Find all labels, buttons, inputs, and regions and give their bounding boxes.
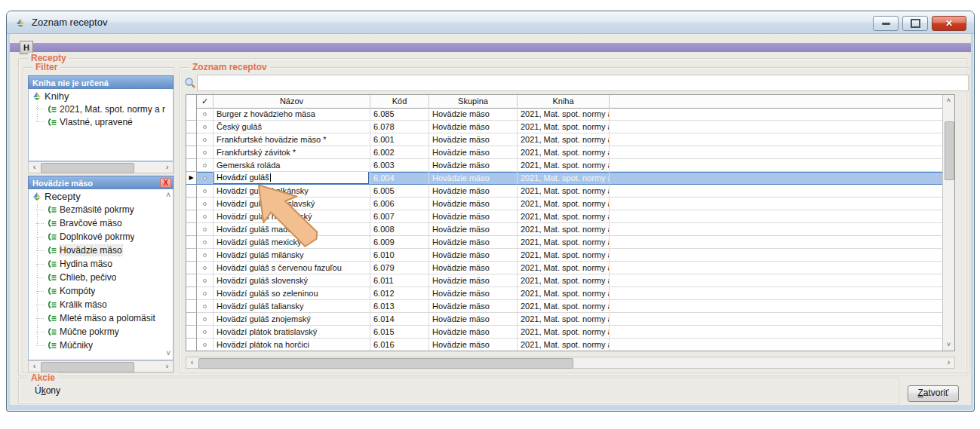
tree-item[interactable]: Mleté mäso a polomäsit	[36, 311, 173, 325]
book-tree-hscrollbar[interactable]: ‹ ›	[28, 161, 174, 173]
header-kod[interactable]: Kód	[370, 95, 429, 108]
tree-root-label: Recepty	[45, 191, 81, 202]
header-nazov[interactable]: Názov	[214, 95, 370, 108]
minimize-button[interactable]	[873, 16, 899, 31]
cell-kniha: 2021, Mat. spot. normy a	[518, 223, 610, 236]
cell-kod: 6.006	[370, 198, 429, 210]
cell-edit-box[interactable]: Hovádzí guláš	[214, 172, 369, 184]
tree-connector	[36, 210, 44, 210]
recipe-tree-hscrollbar[interactable]: ‹ ›	[28, 360, 174, 372]
tree-item[interactable]: Hovädzie mäso	[36, 244, 173, 257]
tree-item[interactable]: Vlastné, upravené	[36, 115, 173, 128]
screen: Zoznam receptov ✕ H Recepty Filter Kniha…	[0, 0, 980, 429]
zatvorit-button[interactable]: Zatvoriť	[908, 385, 959, 402]
tree-item[interactable]: Múčniky	[36, 339, 173, 352]
tree-item[interactable]: Múčne pokrmy	[36, 325, 173, 339]
row-selector-cell	[186, 313, 197, 326]
row-selector-cell	[186, 274, 197, 287]
row-selector-cell	[186, 287, 197, 300]
cell-kod: 6.005	[370, 185, 429, 198]
header-skupina[interactable]: Skupina	[429, 95, 518, 108]
tree-item-label: Múčniky	[60, 340, 93, 351]
tree-item[interactable]: Kompóty	[36, 284, 173, 298]
search-icon	[184, 77, 196, 89]
tree-item-label: Hydina mäso	[60, 259, 112, 269]
cell-filler	[610, 236, 942, 249]
tree-root-knihy[interactable]: Knihy	[29, 89, 173, 103]
table-row[interactable]: Hovädzí guláš s červenou fazuľou6.079Hov…	[186, 262, 942, 274]
row-selector-cell	[186, 262, 197, 274]
header-check[interactable]: ✓	[197, 95, 214, 108]
scroll-up-icon[interactable]: ˄	[943, 95, 954, 106]
ukony-menu[interactable]: Úkony	[35, 385, 60, 396]
scroll-right-icon[interactable]: ›	[943, 357, 954, 368]
cell-skupina: Hovädzie mäso	[429, 262, 518, 274]
group-list-label: Zoznam receptov	[189, 62, 270, 72]
table-row[interactable]: Hovädzí plátok bratislavský6.015Hovädzie…	[186, 326, 942, 339]
tree-item[interactable]: Králik mäso	[36, 298, 173, 311]
cell-nazov: Hovädzí guláš maďarský	[214, 223, 370, 236]
tree-item[interactable]: Doplnkové pokrmy	[36, 230, 173, 244]
maximize-button[interactable]	[902, 16, 928, 31]
scroll-up-icon[interactable]: ˄	[166, 192, 171, 199]
cell-filler	[610, 198, 942, 210]
group-filter: Filter Kniha nie je určená Knihy	[23, 67, 174, 373]
scroll-right-icon[interactable]: ›	[161, 361, 173, 372]
tree-item[interactable]: Chlieb, pečivo	[36, 271, 173, 284]
book-icon	[47, 341, 57, 350]
row-bullet-cell	[197, 210, 214, 223]
cell-filler	[610, 108, 942, 121]
row-bullet-cell	[197, 300, 214, 313]
cell-skupina: Hovädzie mäso	[429, 159, 518, 172]
table-row[interactable]: Gemerská roláda6.003Hovädzie mäso2021, M…	[186, 159, 942, 172]
table-row[interactable]: Český guláš6.078Hovädzie mäso2021, Mat. …	[186, 121, 942, 133]
header-kniha[interactable]: Kniha	[518, 95, 610, 108]
record-bullet-icon	[203, 305, 207, 308]
table-row[interactable]: Hovädzí guláš mexický6.009Hovädzie mäso2…	[186, 236, 942, 249]
title-bar[interactable]: Zoznam receptov ✕	[7, 11, 974, 34]
scroll-thumb[interactable]	[198, 358, 573, 369]
cell-kod: 6.013	[370, 300, 429, 313]
table-row[interactable]: Hovädzí plátok na horčici6.016Hovädzie m…	[186, 339, 942, 351]
table-row[interactable]: Hovädzí guláš so zeleninou6.012Hovädzie …	[186, 287, 942, 300]
scroll-thumb[interactable]	[945, 121, 954, 180]
scroll-down-icon[interactable]: ˅	[166, 350, 171, 357]
scroll-left-icon[interactable]: ‹	[186, 357, 198, 368]
scroll-down-icon[interactable]: ˅	[943, 339, 954, 351]
table-row[interactable]: Hovädzí guláš maďarský6.008Hovädzie mäso…	[186, 223, 942, 236]
table-row[interactable]: Hovädzí guláš bratislavský6.006Hovädzie …	[186, 198, 942, 210]
row-bullet-cell	[197, 236, 214, 249]
tree-item[interactable]: 2021, Mat. spot. normy a r	[36, 103, 173, 115]
cell-kod: 6.004	[370, 172, 429, 185]
cell-skupina: Hovädzie mäso	[429, 236, 518, 249]
scroll-thumb[interactable]	[41, 163, 134, 173]
recipes-table: ✓NázovKódSkupinaKniha Burger z hovädzieh…	[186, 94, 955, 351]
row-selector-cell	[186, 146, 197, 159]
table-row[interactable]: Burger z hovädzieho mäsa6.085Hovädzie mä…	[186, 108, 942, 121]
table-hscrollbar[interactable]: ‹ ›	[186, 357, 955, 369]
table-row[interactable]: Hovädzí guláš hamburský6.007Hovädzie mäs…	[186, 210, 942, 223]
tree-item[interactable]: Hydina mäso	[36, 257, 173, 271]
tree-item[interactable]: Bravčové mäso	[36, 216, 173, 230]
table-row[interactable]: Hovädzí guláš slovenský6.011Hovädzie mäs…	[186, 274, 942, 287]
table-row[interactable]: ▶Hovádzí guláš6.004Hovädzie mäso2021, Ma…	[186, 172, 942, 185]
table-row[interactable]: Frankfurtský závitok *6.002Hovädzie mäso…	[186, 146, 942, 159]
tree-item[interactable]: Bezmäsité pokrmy	[36, 203, 173, 216]
close-button[interactable]: ✕	[932, 16, 966, 31]
table-row[interactable]: Hovädzí guláš taliansky6.013Hovädzie mäs…	[186, 300, 942, 313]
scroll-left-icon[interactable]: ‹	[29, 361, 40, 372]
tree-root-recepty[interactable]: Recepty	[29, 189, 173, 203]
scroll-thumb[interactable]	[41, 362, 134, 372]
table-row[interactable]: Hovädzí guláš balkánsky6.005Hovädzie mäs…	[186, 185, 942, 198]
search-input[interactable]	[197, 75, 969, 91]
record-bullet-icon	[203, 189, 207, 193]
tree-connector	[36, 237, 44, 237]
panel-close-button[interactable]: X	[160, 178, 171, 188]
book-icon	[47, 314, 57, 323]
table-vscrollbar[interactable]: ˄ ˅	[942, 95, 954, 351]
scroll-right-icon[interactable]: ›	[161, 162, 173, 173]
table-row[interactable]: Hovädzí guláš znojemský6.014Hovädzie mäs…	[186, 313, 942, 326]
table-row[interactable]: Frankfurtské hovädzie mäso *6.001Hovädzi…	[186, 133, 942, 146]
scroll-left-icon[interactable]: ‹	[29, 162, 40, 173]
table-row[interactable]: Hovädzí guláš milánsky6.010Hovädzie mäso…	[186, 249, 942, 262]
